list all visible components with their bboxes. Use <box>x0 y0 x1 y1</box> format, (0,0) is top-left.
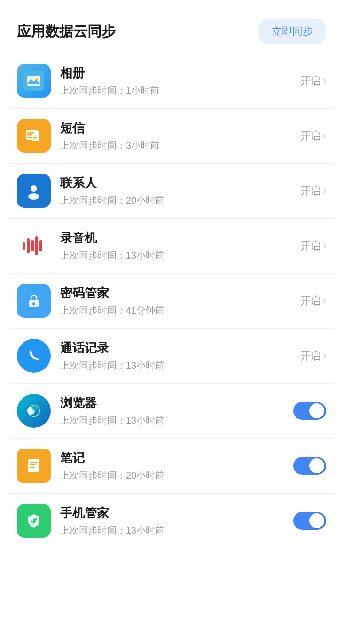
svg-rect-20 <box>33 304 34 306</box>
notes-action[interactable] <box>293 457 326 475</box>
password-text: 密码管家 上次同步时间：41分钟前 <box>60 285 300 317</box>
svg-rect-17 <box>39 240 42 251</box>
svg-rect-24 <box>28 459 39 472</box>
security-icon <box>17 504 51 538</box>
contacts-chevron-icon: › <box>323 185 326 197</box>
sms-text: 短信 上次同步时间：3小时前 <box>60 120 300 152</box>
contacts-action[interactable]: 开启 › <box>300 184 326 198</box>
svg-rect-27 <box>30 467 35 468</box>
svg-rect-5 <box>27 132 34 134</box>
password-status: 开启 <box>300 294 321 308</box>
password-icon <box>17 284 51 318</box>
svg-point-11 <box>31 185 37 192</box>
sms-action[interactable]: 开启 › <box>300 129 326 143</box>
svg-rect-25 <box>30 462 38 463</box>
list-item-sms[interactable]: 短信 上次同步时间：3小时前 开启 › <box>9 109 334 164</box>
recorder-text: 录音机 上次同步时间：13小时前 <box>60 230 300 262</box>
album-status: 开启 <box>300 74 321 88</box>
password-action[interactable]: 开启 › <box>300 294 326 308</box>
recorder-chevron-icon: › <box>323 240 326 252</box>
page: 应用数据云同步 立即同步 <box>0 0 343 644</box>
sync-now-button[interactable]: 立即同步 <box>258 19 326 44</box>
sms-icon <box>17 119 51 153</box>
browser-toggle[interactable] <box>293 402 326 420</box>
password-sub: 上次同步时间：41分钟前 <box>60 304 300 317</box>
password-name: 密码管家 <box>60 285 300 301</box>
notes-name: 笔记 <box>60 450 293 466</box>
header: 应用数据云同步 立即同步 <box>0 0 343 54</box>
svg-point-3 <box>35 78 38 80</box>
app-list: 相册 上次同步时间：1小时前 开启 › <box>0 54 343 548</box>
album-sub: 上次同步时间：1小时前 <box>60 84 300 97</box>
svg-rect-9 <box>33 137 37 138</box>
list-item-password[interactable]: 密码管家 上次同步时间：41分钟前 开启 › <box>9 274 334 329</box>
sms-chevron-icon: › <box>323 130 326 142</box>
contacts-icon <box>17 174 51 208</box>
svg-rect-16 <box>35 236 38 255</box>
svg-rect-13 <box>23 242 25 250</box>
call-sub: 上次同步时间：13小时前 <box>60 359 300 372</box>
notes-text: 笔记 上次同步时间：20小时前 <box>60 450 293 482</box>
security-sub: 上次同步时间：13小时前 <box>60 524 293 537</box>
browser-sub: 上次同步时间：13小时前 <box>60 414 293 427</box>
album-name: 相册 <box>60 65 300 81</box>
sms-name: 短信 <box>60 120 300 136</box>
list-item-security[interactable]: 手机管家 上次同步时间：13小时前 <box>9 494 334 548</box>
browser-name: 浏览器 <box>60 395 293 411</box>
svg-rect-14 <box>27 238 30 253</box>
album-chevron-icon: › <box>323 75 326 87</box>
album-icon <box>17 64 51 98</box>
call-icon <box>17 339 51 373</box>
recorder-sub: 上次同步时间：13小时前 <box>60 249 300 262</box>
recorder-name: 录音机 <box>60 230 300 246</box>
security-name: 手机管家 <box>60 505 293 521</box>
call-action[interactable]: 开启 › <box>300 349 326 363</box>
call-status: 开启 <box>300 349 321 363</box>
call-name: 通话记录 <box>60 340 300 356</box>
list-item-notes[interactable]: 笔记 上次同步时间：20小时前 <box>9 439 334 494</box>
svg-rect-10 <box>33 139 36 140</box>
recorder-icon <box>17 229 51 263</box>
list-item-contacts[interactable]: 联系人 上次同步时间：20小时前 开启 › <box>9 164 334 219</box>
browser-text: 浏览器 上次同步时间：13小时前 <box>60 395 293 427</box>
contacts-text: 联系人 上次同步时间：20小时前 <box>60 175 300 207</box>
notes-sub: 上次同步时间：20小时前 <box>60 469 293 482</box>
list-item-album[interactable]: 相册 上次同步时间：1小时前 开启 › <box>9 54 334 109</box>
svg-rect-8 <box>32 136 39 141</box>
svg-rect-1 <box>27 76 40 86</box>
svg-point-12 <box>28 193 39 200</box>
album-action[interactable]: 开启 › <box>300 74 326 88</box>
recorder-status: 开启 <box>300 239 321 253</box>
security-toggle[interactable] <box>293 512 326 530</box>
notes-icon <box>17 449 51 483</box>
list-item-recorder[interactable]: 录音机 上次同步时间：13小时前 开启 › <box>9 219 334 274</box>
security-text: 手机管家 上次同步时间：13小时前 <box>60 505 293 537</box>
contacts-status: 开启 <box>300 184 321 198</box>
contacts-name: 联系人 <box>60 175 300 191</box>
call-text: 通话记录 上次同步时间：13小时前 <box>60 340 300 372</box>
svg-rect-26 <box>30 464 36 465</box>
call-chevron-icon: › <box>323 350 326 362</box>
sms-status: 开启 <box>300 129 321 143</box>
svg-rect-15 <box>31 240 34 251</box>
password-chevron-icon: › <box>323 295 326 307</box>
security-action[interactable] <box>293 512 326 530</box>
list-item-call[interactable]: 通话记录 上次同步时间：13小时前 开启 › <box>9 329 334 384</box>
browser-action[interactable] <box>293 402 326 420</box>
list-item-browser[interactable]: 浏览器 上次同步时间：13小时前 <box>9 384 334 439</box>
svg-rect-6 <box>27 134 32 136</box>
contacts-sub: 上次同步时间：20小时前 <box>60 194 300 207</box>
svg-point-23 <box>32 405 38 411</box>
recorder-action[interactable]: 开启 › <box>300 239 326 253</box>
album-text: 相册 上次同步时间：1小时前 <box>60 65 300 97</box>
notes-toggle[interactable] <box>293 457 326 475</box>
page-title: 应用数据云同步 <box>17 22 116 41</box>
browser-icon <box>17 394 51 428</box>
sms-sub: 上次同步时间：3小时前 <box>60 139 300 152</box>
